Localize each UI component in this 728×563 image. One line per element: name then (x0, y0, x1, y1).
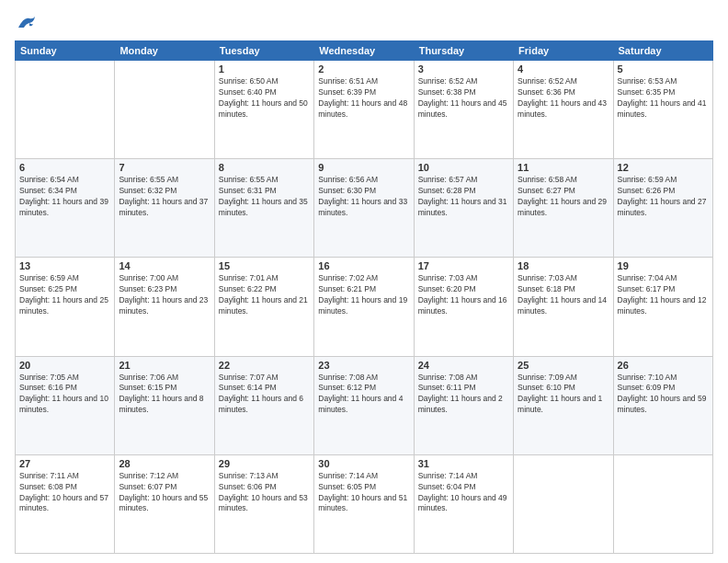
day-number: 29 (219, 458, 310, 469)
day-number: 14 (119, 260, 210, 271)
day-info: Sunrise: 7:11 AM Sunset: 6:08 PM Dayligh… (19, 471, 110, 515)
day-info: Sunrise: 7:13 AM Sunset: 6:06 PM Dayligh… (219, 471, 310, 515)
week-row-5: 27Sunrise: 7:11 AM Sunset: 6:08 PM Dayli… (16, 454, 713, 553)
day-info: Sunrise: 6:50 AM Sunset: 6:40 PM Dayligh… (219, 76, 310, 121)
day-number: 7 (119, 162, 210, 173)
day-info: Sunrise: 7:08 AM Sunset: 6:11 PM Dayligh… (418, 373, 509, 417)
day-number: 27 (19, 458, 110, 469)
day-number: 13 (19, 260, 110, 271)
day-info: Sunrise: 6:57 AM Sunset: 6:28 PM Dayligh… (418, 175, 509, 219)
day-number: 30 (318, 458, 409, 469)
day-info: Sunrise: 6:52 AM Sunset: 6:38 PM Dayligh… (418, 76, 509, 121)
day-cell: 4Sunrise: 6:52 AM Sunset: 6:36 PM Daylig… (514, 61, 613, 159)
day-number: 21 (119, 360, 210, 371)
weekday-header-row: SundayMondayTuesdayWednesdayThursdayFrid… (16, 41, 713, 61)
day-number: 12 (618, 162, 709, 173)
day-cell: 29Sunrise: 7:13 AM Sunset: 6:06 PM Dayli… (214, 454, 313, 553)
day-info: Sunrise: 6:56 AM Sunset: 6:30 PM Dayligh… (318, 175, 409, 219)
day-cell: 2Sunrise: 6:51 AM Sunset: 6:39 PM Daylig… (314, 61, 414, 159)
day-cell: 1Sunrise: 6:50 AM Sunset: 6:40 PM Daylig… (214, 61, 313, 159)
day-number: 5 (618, 63, 709, 75)
day-cell: 20Sunrise: 7:05 AM Sunset: 6:16 PM Dayli… (16, 356, 115, 454)
day-info: Sunrise: 6:55 AM Sunset: 6:31 PM Dayligh… (219, 175, 310, 219)
day-cell: 28Sunrise: 7:12 AM Sunset: 6:07 PM Dayli… (115, 454, 214, 553)
day-number: 18 (518, 260, 609, 271)
weekday-tuesday: Tuesday (214, 41, 313, 61)
day-cell: 8Sunrise: 6:55 AM Sunset: 6:31 PM Daylig… (214, 159, 313, 258)
logo-bird-icon (17, 15, 37, 31)
day-number: 6 (19, 162, 110, 173)
day-number: 20 (19, 360, 110, 371)
day-info: Sunrise: 7:08 AM Sunset: 6:12 PM Dayligh… (318, 373, 409, 417)
weekday-saturday: Saturday (613, 41, 712, 61)
day-info: Sunrise: 7:14 AM Sunset: 6:05 PM Dayligh… (318, 471, 409, 515)
header (15, 15, 713, 31)
day-cell: 11Sunrise: 6:58 AM Sunset: 6:27 PM Dayli… (514, 159, 613, 258)
day-cell: 12Sunrise: 6:59 AM Sunset: 6:26 PM Dayli… (613, 159, 712, 258)
day-number: 28 (119, 458, 210, 469)
day-info: Sunrise: 6:59 AM Sunset: 6:25 PM Dayligh… (19, 273, 110, 317)
day-number: 10 (418, 162, 509, 173)
calendar: SundayMondayTuesdayWednesdayThursdayFrid… (15, 40, 713, 554)
day-cell: 27Sunrise: 7:11 AM Sunset: 6:08 PM Dayli… (16, 454, 115, 553)
day-cell: 25Sunrise: 7:09 AM Sunset: 6:10 PM Dayli… (514, 356, 613, 454)
weekday-sunday: Sunday (16, 41, 115, 61)
day-number: 1 (219, 63, 310, 75)
day-number: 9 (318, 162, 409, 173)
day-info: Sunrise: 7:10 AM Sunset: 6:09 PM Dayligh… (618, 373, 709, 417)
day-info: Sunrise: 7:05 AM Sunset: 6:16 PM Dayligh… (19, 373, 110, 417)
day-cell: 6Sunrise: 6:54 AM Sunset: 6:34 PM Daylig… (16, 159, 115, 258)
day-info: Sunrise: 7:02 AM Sunset: 6:21 PM Dayligh… (318, 273, 409, 317)
day-info: Sunrise: 7:03 AM Sunset: 6:18 PM Dayligh… (518, 273, 609, 317)
day-cell: 7Sunrise: 6:55 AM Sunset: 6:32 PM Daylig… (115, 159, 214, 258)
day-cell: 9Sunrise: 6:56 AM Sunset: 6:30 PM Daylig… (314, 159, 414, 258)
day-info: Sunrise: 7:12 AM Sunset: 6:07 PM Dayligh… (119, 471, 210, 515)
day-cell: 26Sunrise: 7:10 AM Sunset: 6:09 PM Dayli… (613, 356, 712, 454)
day-cell: 3Sunrise: 6:52 AM Sunset: 6:38 PM Daylig… (414, 61, 513, 159)
week-row-4: 20Sunrise: 7:05 AM Sunset: 6:16 PM Dayli… (16, 356, 713, 454)
day-number: 22 (219, 360, 310, 371)
day-cell (16, 61, 115, 159)
day-cell (514, 454, 613, 553)
day-cell: 16Sunrise: 7:02 AM Sunset: 6:21 PM Dayli… (314, 258, 414, 356)
day-cell (613, 454, 712, 553)
day-cell: 24Sunrise: 7:08 AM Sunset: 6:11 PM Dayli… (414, 356, 513, 454)
day-number: 19 (618, 260, 709, 271)
week-row-2: 6Sunrise: 6:54 AM Sunset: 6:34 PM Daylig… (16, 159, 713, 258)
day-number: 31 (418, 458, 509, 469)
day-number: 11 (518, 162, 609, 173)
logo-text (15, 15, 37, 31)
day-cell: 15Sunrise: 7:01 AM Sunset: 6:22 PM Dayli… (214, 258, 313, 356)
day-number: 4 (518, 63, 609, 75)
day-info: Sunrise: 6:55 AM Sunset: 6:32 PM Dayligh… (119, 175, 210, 219)
day-number: 26 (618, 360, 709, 371)
day-cell: 14Sunrise: 7:00 AM Sunset: 6:23 PM Dayli… (115, 258, 214, 356)
weekday-monday: Monday (115, 41, 214, 61)
day-info: Sunrise: 7:07 AM Sunset: 6:14 PM Dayligh… (219, 373, 310, 417)
day-number: 24 (418, 360, 509, 371)
day-number: 16 (318, 260, 409, 271)
weekday-wednesday: Wednesday (314, 41, 414, 61)
day-number: 25 (518, 360, 609, 371)
day-cell: 30Sunrise: 7:14 AM Sunset: 6:05 PM Dayli… (314, 454, 414, 553)
day-cell: 17Sunrise: 7:03 AM Sunset: 6:20 PM Dayli… (414, 258, 513, 356)
day-cell: 31Sunrise: 7:14 AM Sunset: 6:04 PM Dayli… (414, 454, 513, 553)
day-cell: 21Sunrise: 7:06 AM Sunset: 6:15 PM Dayli… (115, 356, 214, 454)
day-number: 3 (418, 63, 509, 75)
day-info: Sunrise: 7:03 AM Sunset: 6:20 PM Dayligh… (418, 273, 509, 317)
week-row-3: 13Sunrise: 6:59 AM Sunset: 6:25 PM Dayli… (16, 258, 713, 356)
day-number: 8 (219, 162, 310, 173)
week-row-1: 1Sunrise: 6:50 AM Sunset: 6:40 PM Daylig… (16, 61, 713, 159)
day-cell (115, 61, 214, 159)
page: SundayMondayTuesdayWednesdayThursdayFrid… (0, 0, 728, 563)
day-info: Sunrise: 6:59 AM Sunset: 6:26 PM Dayligh… (618, 175, 709, 219)
day-info: Sunrise: 6:52 AM Sunset: 6:36 PM Dayligh… (518, 76, 609, 121)
weekday-friday: Friday (514, 41, 613, 61)
day-info: Sunrise: 7:06 AM Sunset: 6:15 PM Dayligh… (119, 373, 210, 417)
day-cell: 19Sunrise: 7:04 AM Sunset: 6:17 PM Dayli… (613, 258, 712, 356)
day-info: Sunrise: 7:09 AM Sunset: 6:10 PM Dayligh… (518, 373, 609, 417)
day-info: Sunrise: 6:51 AM Sunset: 6:39 PM Dayligh… (318, 76, 409, 121)
day-number: 23 (318, 360, 409, 371)
day-number: 17 (418, 260, 509, 271)
day-info: Sunrise: 6:53 AM Sunset: 6:35 PM Dayligh… (618, 76, 709, 121)
